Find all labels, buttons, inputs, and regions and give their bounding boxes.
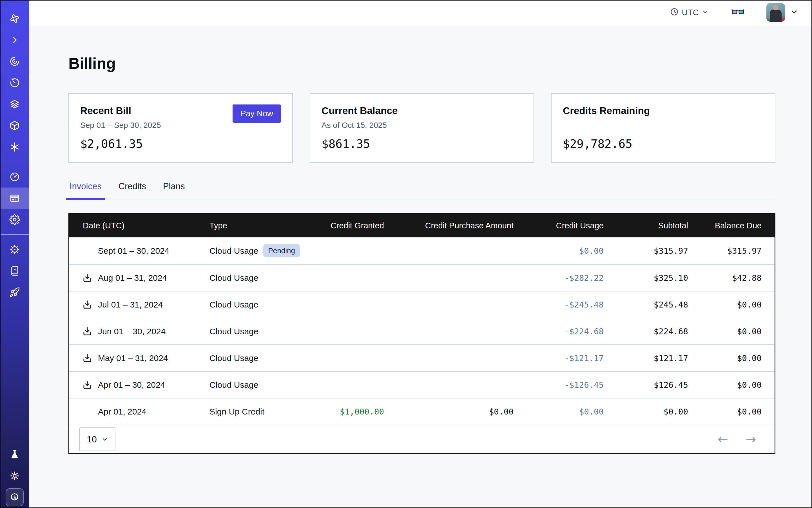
invoice-date: Jul 01 – 31, 2024	[98, 300, 163, 309]
balance-due-cell: $0.00	[688, 407, 775, 417]
sidebar-item-layers[interactable]	[0, 93, 29, 115]
timer-icon	[9, 77, 20, 88]
dollar-badge-icon: $	[6, 488, 24, 506]
sidebar-item-dashboard[interactable]	[0, 166, 29, 187]
column-header: Credit Purchase Amount	[384, 221, 514, 230]
invoice-type: Cloud Usage	[210, 246, 258, 256]
subtotal-cell: $224.68	[604, 327, 688, 336]
ship-wheel-icon	[9, 244, 20, 255]
invoice-date: May 01 – 31, 2024	[98, 353, 168, 363]
layers-icon	[9, 99, 20, 110]
balance-due-cell: $0.00	[688, 353, 775, 363]
credit-usage-cell: -$245.48	[514, 300, 604, 309]
credit-usage-cell: -$282.22	[514, 273, 604, 283]
subtotal-cell: $315.97	[604, 246, 688, 256]
download-invoice-button[interactable]	[82, 352, 93, 364]
card-title: Current Balance	[322, 105, 522, 116]
status-badge: Pending	[263, 244, 300, 257]
table-row: Jul 01 – 31, 2024Cloud Usage-$245.48$245…	[69, 291, 775, 318]
chevron-down-icon	[790, 8, 799, 17]
date-cell: Sept 01 – 30, 2024	[69, 245, 210, 257]
card-title: Credits Remaining	[563, 105, 764, 116]
chevron-right-icon	[9, 35, 20, 45]
tab-invoices[interactable]: Invoices	[69, 181, 103, 199]
sidebar-item-labs[interactable]	[0, 444, 29, 465]
timezone-selector[interactable]: UTC	[670, 7, 709, 17]
table-row: Aug 01 – 31, 2024Cloud Usage-$282.22$325…	[69, 264, 775, 291]
tabs: InvoicesCreditsPlans	[69, 181, 775, 199]
next-page-button[interactable]: →	[745, 433, 756, 446]
date-cell: May 01 – 31, 2024	[69, 352, 210, 364]
sidebar-item-cube[interactable]	[0, 115, 29, 136]
cube-icon	[9, 120, 20, 131]
sidebar-item-theme[interactable]	[0, 465, 29, 486]
gear-icon	[9, 214, 20, 225]
type-cell: Cloud Usage	[210, 327, 314, 336]
pagination-arrows: ← →	[718, 433, 756, 446]
avatar-accent	[766, 19, 771, 22]
download-invoice-button[interactable]	[82, 326, 93, 337]
sidebar-item-logo[interactable]	[0, 8, 29, 29]
sidebar-item-billing[interactable]	[0, 187, 29, 209]
table-header: Date (UTC)TypeCredit GrantedCredit Purch…	[69, 214, 775, 238]
download-invoice-button[interactable]	[82, 379, 93, 390]
svg-text:$: $	[13, 495, 16, 500]
credit-usage-cell: -$126.45	[514, 380, 604, 390]
previous-page-button[interactable]: ←	[718, 433, 728, 446]
credit-purchase-amount-cell: $0.00	[384, 407, 514, 417]
subtotal-cell: $121.17	[604, 353, 688, 363]
recent-bill-card: Recent Bill Sep 01 – Sep 30, 2025 $2,061…	[69, 93, 293, 163]
subtotal-cell: $0.00	[604, 407, 688, 417]
user-menu-button[interactable]	[790, 8, 799, 17]
invoice-date: Apr 01, 2024	[98, 407, 146, 417]
invoice-date: Apr 01 – 30, 2024	[98, 380, 165, 390]
column-header: Balance Due	[688, 221, 775, 230]
current-balance-card: Current Balance As of Oct 15, 2025 $861.…	[310, 93, 534, 163]
timezone-label: UTC	[682, 8, 699, 17]
type-cell: Cloud Usage	[210, 353, 314, 363]
reader-mode-toggle[interactable]	[731, 8, 744, 16]
type-cell: Cloud UsagePending	[210, 244, 314, 257]
sidebar-item-history[interactable]	[0, 72, 29, 93]
invoice-type: Cloud Usage	[210, 327, 258, 336]
sidebar-item-insights[interactable]	[0, 51, 29, 72]
page-size-select[interactable]: 10	[79, 427, 116, 451]
user-avatar[interactable]	[766, 3, 785, 22]
invoice-type: Sign Up Credit	[210, 407, 264, 417]
table-body: Sept 01 – 30, 2024Cloud UsagePending$0.0…	[69, 238, 775, 425]
sidebar-item-credits[interactable]: $	[0, 486, 29, 508]
download-slot-empty	[82, 245, 93, 257]
credit-usage-cell: -$224.68	[514, 327, 604, 336]
clock-icon	[670, 7, 679, 17]
book-sparkle-icon	[9, 265, 20, 276]
table-row: Apr 01 – 30, 2024Cloud Usage-$126.45$126…	[69, 371, 775, 398]
tab-plans[interactable]: Plans	[162, 181, 186, 199]
sidebar-item-settings[interactable]	[0, 209, 29, 230]
download-invoice-button[interactable]	[82, 299, 93, 310]
chevron-down-icon	[101, 436, 108, 443]
chevron-down-icon	[701, 8, 709, 16]
balance-due-cell: $0.00	[688, 380, 775, 390]
sidebar-item-asterisk[interactable]	[0, 136, 29, 158]
credit-card-icon	[9, 193, 20, 204]
card-subtitle	[563, 121, 764, 130]
page-title: Billing	[69, 54, 775, 72]
tab-credits[interactable]: Credits	[117, 181, 147, 199]
download-invoice-button[interactable]	[82, 272, 93, 284]
invoice-type: Cloud Usage	[210, 273, 258, 283]
balance-due-cell: $315.97	[688, 246, 775, 256]
sidebar-item-rocket[interactable]	[0, 282, 29, 303]
asterisk-icon	[9, 142, 20, 152]
table-row: Sept 01 – 30, 2024Cloud UsagePending$0.0…	[69, 238, 775, 264]
sidebar-item-collapse[interactable]	[0, 29, 29, 51]
credit-usage-cell: $0.00	[514, 407, 604, 417]
credits-remaining-card: Credits Remaining $29,782.65	[551, 93, 775, 163]
date-cell: Aug 01 – 31, 2024	[69, 272, 210, 284]
sidebar-item-helm[interactable]	[0, 239, 29, 260]
pay-now-button[interactable]: Pay Now	[232, 104, 281, 123]
credits-remaining-amount: $29,782.65	[563, 137, 764, 151]
subtotal-cell: $245.48	[604, 300, 688, 309]
subtotal-cell: $126.45	[604, 380, 688, 390]
sidebar-item-docs[interactable]	[0, 260, 29, 282]
spiral-eye-icon	[9, 56, 20, 67]
